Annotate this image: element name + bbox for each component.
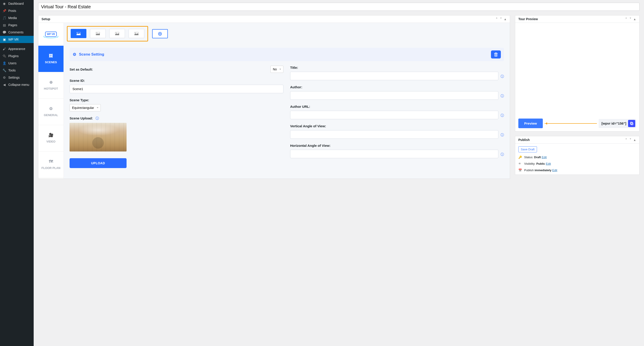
haov-input[interactable] bbox=[290, 150, 498, 158]
scene-id-input[interactable] bbox=[70, 85, 284, 93]
scene-thumbnails-highlight bbox=[67, 26, 148, 41]
tab-scenes[interactable]: 🖼 SCENES bbox=[38, 46, 64, 72]
image-icon: 🖼 bbox=[49, 53, 53, 58]
brush-icon: 🖌 bbox=[2, 47, 6, 51]
comments-icon: 💬 bbox=[2, 30, 6, 34]
eye-icon: 👁 bbox=[518, 162, 522, 165]
scene-upload-label: Scene Upload: bbox=[70, 116, 93, 120]
tab-hotspot[interactable]: ⊕ HOTSPOT bbox=[38, 72, 64, 99]
panel-up-icon[interactable]: ˄ bbox=[625, 17, 628, 21]
svg-point-3 bbox=[97, 32, 98, 33]
annotation-arrow bbox=[544, 123, 597, 124]
pages-icon: ▤ bbox=[2, 23, 6, 27]
sidebar-item-plugins[interactable]: 🔌Plugins bbox=[0, 52, 34, 60]
delete-scene-button[interactable] bbox=[491, 50, 501, 58]
gear-icon: ⚙ bbox=[49, 106, 53, 111]
gear-icon: ⚙ bbox=[73, 52, 76, 57]
setup-panel-title: Setup bbox=[42, 17, 50, 21]
author-url-label: Author URL: bbox=[290, 105, 504, 108]
scene-type-label: Scene Type: bbox=[70, 98, 284, 102]
calendar-icon: 📅 bbox=[518, 169, 522, 172]
svg-rect-10 bbox=[631, 123, 633, 125]
copy-shortcode-button[interactable] bbox=[628, 120, 635, 127]
scene-thumbnail-preview bbox=[70, 123, 126, 152]
scene-type-select[interactable]: Equirectangular bbox=[70, 104, 101, 111]
publish-panel: Publish ˄ ˅ ▴ Save Draft 🔑 Status: Draft… bbox=[515, 136, 640, 175]
panel-down-icon[interactable]: ˅ bbox=[500, 17, 502, 21]
preview-button[interactable]: Preview bbox=[518, 119, 543, 128]
target-icon: ⊕ bbox=[49, 80, 53, 85]
upload-button[interactable]: UPLOAD bbox=[70, 158, 126, 168]
info-icon[interactable]: ⓘ bbox=[96, 116, 99, 120]
scene-thumb-2[interactable] bbox=[90, 29, 106, 38]
info-icon[interactable]: ⓘ bbox=[500, 94, 504, 98]
publish-panel-title: Publish bbox=[518, 138, 530, 142]
scene-setting-title: Scene Setting bbox=[79, 52, 104, 57]
sidebar-item-pages[interactable]: ▤Pages bbox=[0, 21, 34, 29]
sidebar-item-collapse[interactable]: ◀Collapse menu bbox=[0, 81, 34, 88]
sidebar-item-tools[interactable]: 🔧Tools bbox=[0, 67, 34, 74]
panel-toggle-icon[interactable]: ▴ bbox=[504, 17, 507, 21]
scene-thumb-1[interactable] bbox=[71, 29, 86, 38]
panel-down-icon[interactable]: ˅ bbox=[629, 17, 632, 21]
title-input[interactable] bbox=[290, 72, 498, 80]
set-default-select[interactable]: No bbox=[270, 66, 284, 73]
map-icon: 🗺 bbox=[49, 159, 53, 164]
svg-point-1 bbox=[78, 32, 78, 33]
key-icon: 🔑 bbox=[518, 156, 522, 159]
panel-up-icon[interactable]: ˄ bbox=[625, 138, 628, 142]
info-icon[interactable]: ⓘ bbox=[500, 74, 504, 79]
scene-thumb-4[interactable] bbox=[128, 29, 144, 38]
author-input[interactable] bbox=[290, 91, 498, 100]
info-icon[interactable]: ⓘ bbox=[500, 152, 504, 157]
add-scene-button[interactable] bbox=[152, 29, 168, 38]
sidebar-item-appearance[interactable]: 🖌Appearance bbox=[0, 45, 34, 52]
sliders-icon: ⚙ bbox=[2, 76, 6, 79]
info-icon[interactable]: ⓘ bbox=[500, 113, 504, 118]
sidebar-item-settings[interactable]: ⚙Settings bbox=[0, 74, 34, 81]
set-default-label: Set as Default: bbox=[70, 67, 93, 71]
tab-floorplan[interactable]: 🗺 FLOOR PLAN bbox=[38, 152, 64, 178]
preview-panel-title: Tour Preview bbox=[518, 17, 538, 21]
vaov-input[interactable] bbox=[290, 130, 498, 139]
wrench-icon: 🔧 bbox=[2, 69, 6, 72]
panel-toggle-icon[interactable]: ▴ bbox=[633, 138, 636, 142]
edit-visibility-link[interactable]: Edit bbox=[546, 162, 551, 165]
tab-video[interactable]: 🎥 VIDEO bbox=[38, 125, 64, 152]
svg-rect-9 bbox=[630, 122, 632, 124]
vr-icon: ▣ bbox=[2, 38, 6, 41]
sidebar-item-users[interactable]: 👤Users bbox=[0, 60, 34, 67]
title-label: Title: bbox=[290, 66, 504, 69]
sidebar-item-dashboard[interactable]: ◉Dashboard bbox=[0, 0, 34, 7]
plugin-icon: 🔌 bbox=[2, 54, 6, 58]
media-icon: 🎵 bbox=[2, 16, 6, 20]
panel-down-icon[interactable]: ˅ bbox=[629, 138, 632, 142]
sidebar-item-media[interactable]: 🎵Media bbox=[0, 14, 34, 21]
video-icon: 🎥 bbox=[48, 133, 54, 138]
wp-admin-sidebar: ◉Dashboard 📌Posts 🎵Media ▤Pages 💬Comment… bbox=[0, 0, 34, 346]
edit-publish-link[interactable]: Edit bbox=[552, 169, 557, 172]
author-label: Author: bbox=[290, 85, 504, 89]
info-icon[interactable]: ⓘ bbox=[500, 133, 504, 137]
svg-point-7 bbox=[135, 32, 136, 33]
tour-title-input[interactable] bbox=[38, 3, 640, 11]
pin-icon: 📌 bbox=[2, 9, 6, 12]
save-draft-button[interactable]: Save Draft bbox=[518, 146, 537, 152]
sidebar-item-comments[interactable]: 💬Comments bbox=[0, 29, 34, 36]
tour-preview-panel: Tour Preview ˄ ˅ ▴ Preview [wpvr id="156… bbox=[515, 15, 640, 132]
user-icon: 👤 bbox=[2, 61, 6, 65]
scene-id-label: Scene ID: bbox=[70, 79, 284, 82]
sidebar-item-posts[interactable]: 📌Posts bbox=[0, 7, 34, 14]
shortcode-text: [wpvr id="156"] bbox=[601, 122, 626, 125]
tab-general[interactable]: ⚙ GENERAL bbox=[38, 99, 64, 125]
author-url-input[interactable] bbox=[290, 111, 498, 119]
haov-label: Horizontal Angle of View: bbox=[290, 144, 504, 148]
panel-toggle-icon[interactable]: ▴ bbox=[633, 17, 636, 21]
scene-thumb-3[interactable] bbox=[109, 29, 125, 38]
collapse-icon: ◀ bbox=[2, 83, 6, 86]
preview-canvas bbox=[515, 23, 639, 119]
edit-status-link[interactable]: Edit bbox=[542, 156, 546, 159]
sidebar-item-wpvr[interactable]: ▣WP VR bbox=[0, 36, 34, 43]
svg-point-5 bbox=[116, 32, 117, 33]
panel-up-icon[interactable]: ˄ bbox=[495, 17, 498, 21]
